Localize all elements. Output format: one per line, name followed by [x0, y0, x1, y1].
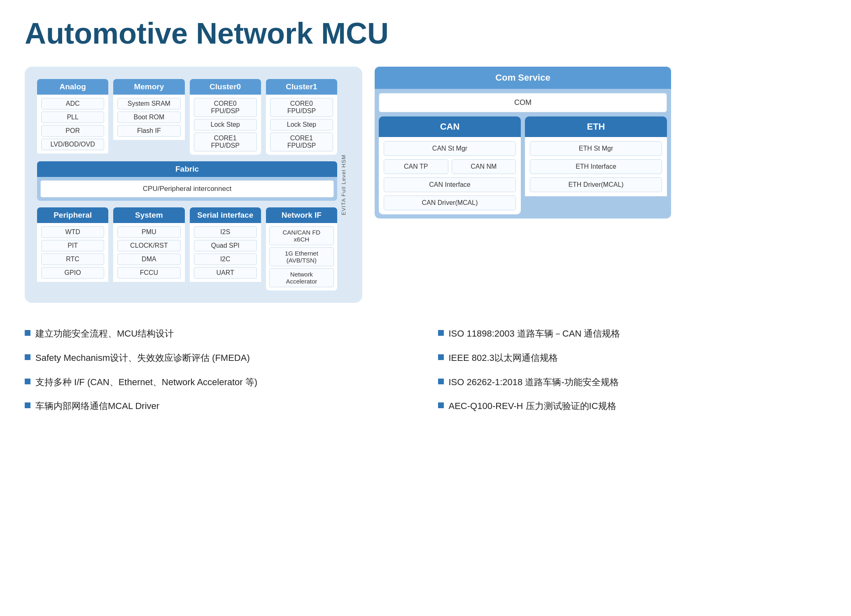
networkif-header: Network IF: [266, 207, 337, 223]
bullet-left-3: 支持多种 I/F (CAN、Ethernet、Network Accelerat…: [25, 376, 413, 389]
networkif-item-eth: 1G Ethernet(AVB/TSN): [269, 247, 334, 266]
system-item-dma: DMA: [117, 253, 180, 265]
bullet-square-icon: [25, 330, 30, 336]
bullet-square-icon: [25, 402, 30, 408]
memory-block: Memory System SRAM Boot ROM Flash IF: [113, 79, 184, 155]
bullet-right-1: ISO 11898:2003 道路车辆－CAN 通信规格: [438, 328, 827, 340]
cluster0-item-lockstep: Lock Step: [194, 119, 257, 130]
peripheral-block: Peripheral WTD PIT RTC GPIO: [37, 207, 108, 291]
peripheral-item-wtd: WTD: [41, 226, 104, 238]
bullet-left-1: 建立功能安全流程、MCU结构设计: [25, 328, 413, 340]
system-item-pmu: PMU: [117, 226, 180, 238]
bullet-square-icon: [25, 354, 30, 360]
bullet-square-icon: [438, 402, 444, 408]
top-row: Analog ADC PLL POR LVD/BOD/OVD Memory Sy…: [37, 79, 337, 155]
memory-item-sram: System SRAM: [117, 98, 180, 109]
cluster1-item-core1: CORE1FPU/DSP: [270, 132, 333, 151]
bullet-square-icon: [438, 354, 444, 360]
bullet-left-4: 车辆内部网络通信MCAL Driver: [25, 400, 413, 413]
cluster1-header: Cluster1: [266, 79, 337, 95]
serial-header: Serial interface: [190, 207, 261, 223]
memory-header: Memory: [113, 79, 184, 95]
com-service-header: Com Service: [375, 67, 671, 89]
can-interface: CAN Interface: [384, 177, 516, 192]
system-header: System: [113, 207, 184, 223]
cluster0-header: Cluster0: [190, 79, 261, 95]
analog-item-lvd: LVD/BOD/OVD: [41, 139, 104, 150]
eth-st-mgr: ETH St Mgr: [530, 141, 662, 156]
bullet-square-icon: [25, 379, 30, 384]
can-header: CAN: [379, 116, 521, 137]
com-service-body: COM: [379, 93, 667, 112]
peripheral-item-rtc: RTC: [41, 253, 104, 265]
system-item-fccu: FCCU: [117, 267, 180, 279]
bullet-square-icon: [438, 330, 444, 336]
com-service-block: Com Service COM CAN CAN St Mgr CAN TP CA…: [375, 67, 671, 219]
fabric-body: CPU/Peripheral interconnect: [40, 180, 334, 198]
networkif-item-can: CAN/CAN FDx6CH: [269, 226, 334, 245]
fabric-header: Fabric: [37, 161, 337, 177]
serial-item-i2s: I2S: [194, 226, 257, 238]
cluster1-block: Cluster1 CORE0FPU/DSP Lock Step CORE1FPU…: [266, 79, 337, 155]
analog-header: Analog: [37, 79, 108, 95]
bullet-section: 建立功能安全流程、MCU结构设计 Safety Mechanism设计、失效效应…: [25, 328, 826, 424]
can-block: CAN CAN St Mgr CAN TP CAN NM CAN Interfa…: [379, 116, 521, 214]
networkif-item-netacc: NetworkAccelerator: [269, 268, 334, 287]
eth-driver-mcal: ETH Driver(MCAL): [530, 177, 662, 192]
analog-item-por: POR: [41, 125, 104, 137]
bullet-col-right: ISO 11898:2003 道路车辆－CAN 通信规格 IEEE 802.3以…: [438, 328, 827, 424]
evita-label: EVITA Full Level HSM: [337, 79, 350, 291]
peripheral-header: Peripheral: [37, 207, 108, 223]
bottom-row: Peripheral WTD PIT RTC GPIO System PMU: [37, 207, 337, 291]
system-block: System PMU CLOCK/RST DMA FCCU: [113, 207, 184, 291]
bullet-left-2: Safety Mechanism设计、失效效应诊断评估 (FMEDA): [25, 352, 413, 365]
cluster0-item-core0: CORE0FPU/DSP: [194, 98, 257, 117]
networkif-block: Network IF CAN/CAN FDx6CH 1G Ethernet(AV…: [266, 207, 337, 291]
fabric-block: Fabric CPU/Peripheral interconnect: [37, 161, 337, 201]
can-tp: CAN TP: [384, 159, 448, 174]
software-stack: Com Service COM CAN CAN St Mgr CAN TP CA…: [375, 67, 671, 219]
eth-interface: ETH Interface: [530, 159, 662, 174]
can-st-mgr: CAN St Mgr: [384, 141, 516, 156]
eth-header: ETH: [525, 116, 667, 137]
serial-item-i2c: I2C: [194, 253, 257, 265]
memory-item-flashif: Flash IF: [117, 125, 180, 137]
bullet-right-2: IEEE 802.3以太网通信规格: [438, 352, 827, 365]
system-item-clockrst: CLOCK/RST: [117, 240, 180, 251]
serial-item-quadspi: Quad SPI: [194, 240, 257, 251]
analog-item-adc: ADC: [41, 98, 104, 109]
bullet-col-left: 建立功能安全流程、MCU结构设计 Safety Mechanism设计、失效效应…: [25, 328, 413, 424]
can-nm: CAN NM: [452, 159, 516, 174]
peripheral-item-gpio: GPIO: [41, 267, 104, 279]
bullet-right-4: AEC-Q100-REV-H 压力测试验证的IC规格: [438, 400, 827, 413]
serial-item-uart: UART: [194, 267, 257, 279]
cluster0-item-core1: CORE1FPU/DSP: [194, 132, 257, 151]
peripheral-item-pit: PIT: [41, 240, 104, 251]
bullet-square-icon: [438, 379, 444, 384]
cluster1-item-core0: CORE0FPU/DSP: [270, 98, 333, 117]
page-title: Automotive Network MCU: [25, 16, 826, 50]
mcu-diagram: Analog ADC PLL POR LVD/BOD/OVD Memory Sy…: [25, 67, 362, 303]
can-driver-mcal: CAN Driver(MCAL): [384, 195, 516, 210]
serial-block: Serial interface I2S Quad SPI I2C UART: [190, 207, 261, 291]
cluster0-block: Cluster0 CORE0FPU/DSP Lock Step CORE1FPU…: [190, 79, 261, 155]
analog-block: Analog ADC PLL POR LVD/BOD/OVD: [37, 79, 108, 155]
eth-block: ETH ETH St Mgr ETH Interface ETH Driver(…: [525, 116, 667, 214]
bullet-right-3: ISO 26262-1:2018 道路车辆-功能安全规格: [438, 376, 827, 389]
cluster1-item-lockstep: Lock Step: [270, 119, 333, 130]
analog-item-pll: PLL: [41, 112, 104, 123]
memory-item-bootrom: Boot ROM: [117, 112, 180, 123]
